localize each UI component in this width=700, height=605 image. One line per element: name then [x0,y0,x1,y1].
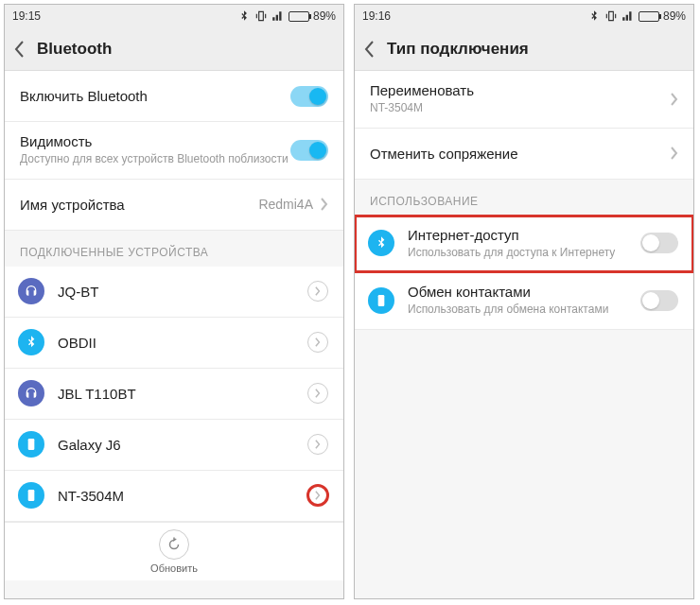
enable-bluetooth-row[interactable]: Включить Bluetooth [5,71,343,122]
device-name-label: Имя устройства [20,197,258,213]
device-row[interactable]: NT-3504M [5,471,343,522]
phone-icon [18,482,44,509]
phone-icon [368,287,394,314]
device-name: OBDII [58,335,307,351]
content-area: Включить Bluetooth Видимость Доступно дл… [5,71,343,598]
phone-right: 19:16 89% Тип подключения Переименовать … [354,4,694,599]
bluetooth-icon [587,9,601,23]
status-icons: 89% [237,9,336,23]
device-detail-button[interactable] [307,281,328,302]
status-bar: 19:16 89% [355,5,693,27]
vibrate-icon [604,9,618,23]
battery-icon [289,11,309,22]
page-title: Bluetooth [37,40,112,59]
refresh-button[interactable]: Обновить [5,522,343,580]
device-name: Galaxy J6 [58,437,307,453]
phone-left: 19:15 89% Bluetooth Включить Bluetooth В… [4,4,344,599]
enable-bluetooth-label: Включить Bluetooth [20,88,290,104]
refresh-icon [159,529,189,560]
internet-access-label: Интернет-доступ [408,227,640,243]
title-bar: Bluetooth [5,27,343,71]
battery-percent: 89% [313,9,336,23]
usage-header: ИСПОЛЬЗОВАНИЕ [355,180,693,216]
contact-sharing-sub: Использовать для обмена контактами [408,302,640,318]
status-bar: 19:15 89% [5,5,343,27]
unpair-row[interactable]: Отменить сопряжение [355,129,693,180]
device-row[interactable]: JBL T110BT [5,369,343,420]
device-row[interactable]: JQ-BT [5,267,343,318]
rename-value: NT-3504M [370,101,671,116]
headset-icon [18,278,44,304]
refresh-label: Обновить [150,562,198,574]
device-name: NT-3504M [58,488,307,504]
rename-label: Переименовать [370,82,671,98]
bluetooth-icon [237,9,251,23]
unpair-label: Отменить сопряжение [370,146,671,162]
back-button[interactable] [364,40,376,59]
chevron-right-icon [671,147,678,160]
bt-icon [18,329,44,355]
vibrate-icon [254,9,268,23]
svg-rect-2 [378,295,385,306]
visibility-sub: Доступно для всех устройств Bluetooth по… [20,152,290,167]
visibility-toggle[interactable] [290,140,328,161]
device-row[interactable]: OBDII [5,318,343,369]
device-detail-button[interactable] [307,434,328,455]
svg-rect-0 [28,439,35,450]
device-name: JBL T110BT [58,386,307,402]
contact-sharing-toggle[interactable] [640,290,678,311]
headset-icon [18,380,44,406]
contact-sharing-row[interactable]: Обмен контактами Использовать для обмена… [355,272,693,330]
battery-percent: 89% [663,9,686,23]
signal-icon [271,9,285,23]
visibility-row[interactable]: Видимость Доступно для всех устройств Bl… [5,122,343,180]
rename-row[interactable]: Переименовать NT-3504M [355,71,693,129]
bluetooth-icon [368,230,394,256]
status-icons: 89% [587,9,686,23]
device-row[interactable]: Galaxy J6 [5,420,343,471]
device-detail-button[interactable] [307,332,328,353]
device-name-value: Redmi4A [258,197,313,212]
chevron-right-icon [321,198,328,211]
battery-icon [639,11,659,22]
status-time: 19:15 [12,9,41,23]
phone-icon [18,431,44,458]
connected-devices-header: ПОДКЛЮЧЕННЫЕ УСТРОЙСТВА [5,231,343,267]
contact-sharing-label: Обмен контактами [408,284,640,300]
device-list: JQ-BTOBDIIJBL T110BTGalaxy J6NT-3504M [5,267,343,522]
visibility-label: Видимость [20,133,290,149]
enable-bluetooth-toggle[interactable] [290,86,328,107]
device-name-row[interactable]: Имя устройства Redmi4A [5,180,343,231]
signal-icon [621,9,635,23]
back-button[interactable] [14,40,26,59]
internet-access-toggle[interactable] [640,233,678,253]
internet-access-row[interactable]: Интернет-доступ Использовать для доступа… [355,216,693,273]
page-title: Тип подключения [387,40,529,59]
internet-access-sub: Использовать для доступа к Интернету [408,246,640,261]
device-detail-button[interactable] [307,485,328,506]
content-area: Переименовать NT-3504M Отменить сопряжен… [355,71,693,598]
chevron-right-icon [671,93,678,106]
device-name: JQ-BT [58,284,307,300]
status-time: 19:16 [362,9,391,23]
device-detail-button[interactable] [307,383,328,404]
title-bar: Тип подключения [355,27,693,71]
svg-rect-1 [28,490,35,501]
